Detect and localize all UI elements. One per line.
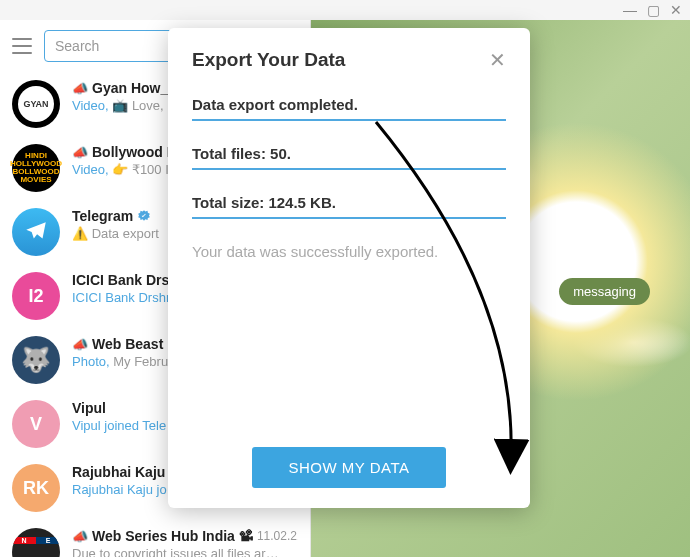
channel-icon: 📣 [72, 337, 88, 352]
avatar: RK [12, 464, 60, 512]
chat-preview: Due to copyright issues all files ar… [72, 546, 298, 557]
avatar [12, 208, 60, 256]
export-message: Your data was successfully exported. [192, 243, 506, 260]
channel-icon: 📣 [72, 145, 88, 160]
modal-title: Export Your Data [192, 49, 345, 71]
export-status: Data export completed. [192, 96, 506, 121]
verified-icon [137, 209, 151, 223]
window-titlebar: — ▢ ✕ [0, 0, 690, 20]
chat-name: Web Series Hub India [92, 528, 235, 544]
channel-icon: 📣 [72, 81, 88, 96]
chat-name: Telegram [72, 208, 133, 224]
avatar: 🐺 [12, 336, 60, 384]
avatar: V [12, 400, 60, 448]
chat-name: Gyan How_t [92, 80, 173, 96]
export-total-size: Total size: 124.5 KB. [192, 194, 506, 219]
window-maximize[interactable]: ▢ [647, 2, 660, 18]
export-total-files: Total files: 50. [192, 145, 506, 170]
avatar: I2 [12, 272, 60, 320]
avatar: NEPA [12, 528, 60, 557]
chat-name: Vipul [72, 400, 106, 416]
chat-name: Bollywood H [92, 144, 177, 160]
chat-name: Rajubhai Kaju [72, 464, 165, 480]
telegram-icon [23, 219, 49, 245]
window-minimize[interactable]: — [623, 2, 637, 18]
avatar: GYAN [12, 80, 60, 128]
chat-date: 11.02.21 [257, 529, 298, 543]
close-icon[interactable]: ✕ [489, 48, 506, 72]
avatar: HINDI HOLLYWOOD BOLLWOOD MOVIES [12, 144, 60, 192]
channel-icon: 📣 [72, 529, 88, 544]
window-close[interactable]: ✕ [670, 2, 682, 18]
export-data-modal: Export Your Data ✕ Data export completed… [168, 28, 530, 508]
camera-icon: 📽 [239, 528, 253, 544]
chat-item-webseries[interactable]: NEPA 📣Web Series Hub India📽11.02.21 Due … [0, 520, 310, 557]
messaging-badge: messaging [559, 278, 650, 305]
chat-name: Web Beast [92, 336, 163, 352]
show-my-data-button[interactable]: SHOW MY DATA [252, 447, 445, 488]
menu-icon[interactable] [12, 38, 32, 54]
chat-name: ICICI Bank Drsh [72, 272, 178, 288]
